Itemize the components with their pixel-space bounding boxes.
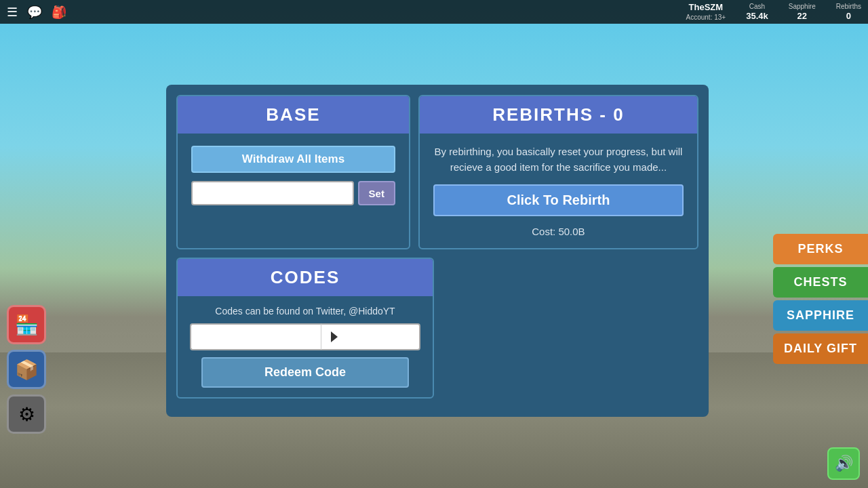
base-header: BASE	[178, 96, 409, 134]
codes-description: Codes can be found on Twitter, @HiddoYT	[215, 306, 395, 317]
menu-icon[interactable]: ☰	[7, 5, 18, 20]
sound-button[interactable]: 🔊	[827, 447, 860, 480]
sound-icon: 🔊	[835, 455, 853, 472]
right-buttons: PERKS CHESTS SAPPHIRE DAILY GIFT	[773, 234, 868, 364]
codes-body: Codes can be found on Twitter, @HiddoYT …	[178, 296, 433, 397]
cursor-indicator	[331, 331, 338, 342]
store-icon-button[interactable]: 🏪	[7, 305, 46, 344]
set-button[interactable]: Set	[358, 181, 395, 205]
gear-icon-button[interactable]: ⚙	[7, 394, 46, 434]
chests-button[interactable]: CHESTS	[773, 267, 868, 298]
username: TheSZM	[686, 2, 726, 14]
rebirth-cost: Cost: 50.0B	[532, 226, 585, 237]
box-icon-button[interactable]: 📦	[7, 350, 46, 389]
gear-icon: ⚙	[18, 403, 35, 426]
cash-stat: Cash 35.4k	[746, 2, 768, 22]
withdraw-button[interactable]: Withdraw All Items	[191, 146, 395, 173]
codes-header: CODES	[178, 259, 433, 296]
sapphire-label: Sapphire	[789, 2, 816, 11]
sapphire-value: 22	[789, 11, 816, 22]
codes-panel: CODES Codes can be found on Twitter, @Hi…	[176, 258, 434, 399]
base-body: Withdraw All Items Set	[178, 134, 409, 218]
cash-label: Cash	[746, 2, 768, 11]
rebirths-body: By rebirthing, you basically reset your …	[420, 134, 697, 248]
left-icons: 🏪 📦 ⚙	[7, 305, 46, 434]
rebirths-value: 0	[836, 11, 861, 22]
base-input-row: Set	[191, 181, 395, 205]
rebirth-button[interactable]: Click To Rebirth	[433, 184, 684, 216]
perks-button[interactable]: PERKS	[773, 234, 868, 264]
rebirths-header: REBIRTHS - 0	[420, 96, 697, 134]
cash-value: 35.4k	[746, 11, 768, 22]
daily-gift-button[interactable]: DAILY GIFT	[773, 333, 868, 364]
user-info: TheSZM Account: 13+	[686, 2, 726, 22]
bag-icon[interactable]: 🎒	[52, 5, 66, 20]
rebirths-stat: Rebirths 0	[836, 2, 861, 22]
store-icon: 🏪	[15, 314, 39, 336]
top-row: BASE Withdraw All Items Set REBIRTHS - 0…	[176, 95, 698, 249]
sapphire-button[interactable]: SAPPHIRE	[773, 300, 868, 331]
user-account: Account: 13+	[686, 13, 726, 22]
rebirth-description: By rebirthing, you basically reset your …	[433, 144, 684, 175]
chat-icon[interactable]: 💬	[27, 5, 42, 20]
topbar-right: TheSZM Account: 13+ Cash 35.4k Sapphire …	[686, 2, 861, 22]
box-icon: 📦	[15, 359, 39, 381]
topbar: ☰ 💬 🎒 TheSZM Account: 13+ Cash 35.4k Sap…	[0, 0, 868, 24]
rebirths-label: Rebirths	[836, 2, 861, 11]
base-panel: BASE Withdraw All Items Set	[176, 95, 410, 249]
rebirths-panel: REBIRTHS - 0 By rebirthing, you basicall…	[418, 95, 698, 249]
main-dialog: BASE Withdraw All Items Set REBIRTHS - 0…	[166, 85, 709, 417]
codes-input-row	[190, 323, 420, 350]
redeem-button[interactable]: Redeem Code	[201, 357, 409, 388]
sapphire-stat: Sapphire 22	[789, 2, 816, 22]
base-input[interactable]	[191, 181, 354, 205]
code-input-left[interactable]	[190, 323, 321, 350]
bottom-row: CODES Codes can be found on Twitter, @Hi…	[176, 258, 698, 399]
